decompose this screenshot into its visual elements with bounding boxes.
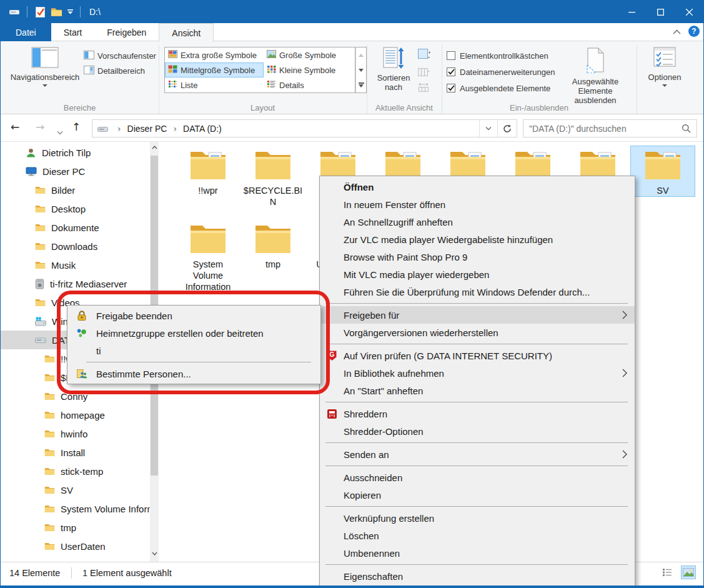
search-input[interactable] — [523, 123, 676, 134]
minimize-button[interactable] — [617, 1, 646, 23]
recent-locations-icon[interactable] — [57, 126, 63, 137]
sidebar-item-hwinfo[interactable]: hwinfo — [1, 424, 150, 443]
checkbox-elementkontrollkästchen[interactable]: Elementkontrollkästchen — [447, 50, 548, 61]
tab-freigeben[interactable]: Freigeben — [94, 23, 159, 41]
menu-item-an-schnellzugriff-anheften[interactable]: An Schnellzugriff anheften — [320, 213, 635, 231]
menu-item-freigeben-für[interactable]: Freigeben für — [320, 306, 635, 324]
search-icon[interactable] — [676, 124, 697, 133]
back-button[interactable]: ← — [11, 121, 19, 133]
checkbox-ausgeblendete elemente[interactable]: Ausgeblendete Elemente — [447, 82, 550, 94]
gallery-item-details[interactable]: Details — [264, 77, 355, 92]
menu-separator — [325, 344, 628, 344]
gallery-item-gro-e-symbole[interactable]: Große Symbole — [264, 47, 355, 62]
file-tile-sv[interactable]: SV — [630, 146, 695, 197]
menu-item-bestimmte-personen-[interactable]: Bestimmte Personen... — [67, 365, 320, 382]
checkbox-box[interactable] — [447, 51, 455, 60]
navigation-pane-button[interactable]: Navigationsbereich — [8, 47, 82, 87]
sidebar-item-conny[interactable]: Conny — [1, 387, 150, 406]
forward-button[interactable]: → — [36, 121, 44, 133]
sidebar-item-musik[interactable]: Musik — [1, 256, 150, 274]
sidebar-item-desktop[interactable]: Desktop — [1, 199, 150, 218]
options-button[interactable]: Optionen — [643, 47, 687, 87]
menu-item-senden-an[interactable]: Senden an — [320, 446, 635, 463]
menu-item-zur-vlc-media-player-wiedergabeliste-hinzufügen[interactable]: Zur VLC media player Wiedergabeliste hin… — [320, 231, 635, 248]
sidebar-item-w10inst[interactable]: w10inst — [1, 556, 150, 562]
menu-item-kopieren[interactable]: Kopieren — [320, 486, 635, 504]
menu-item-shreddern[interactable]: Shreddern — [320, 405, 635, 422]
gallery-item-extra-gro-e-symbole[interactable]: Extra große Symbole — [165, 47, 264, 62]
menu-item-auf-viren-prüfen-g-data-internet-security-[interactable]: GAuf Viren prüfen (G DATA INTERNET SECUR… — [320, 347, 635, 364]
menu-item-löschen[interactable]: Löschen — [320, 527, 635, 544]
file-tile--wpr[interactable]: !!wpr — [176, 146, 240, 197]
gallery-scroll[interactable] — [355, 47, 367, 93]
maximize-button[interactable] — [646, 1, 675, 23]
menu-item-verknüpfung-erstellen[interactable]: Verknüpfung erstellen — [320, 509, 635, 527]
breadcrumb[interactable]: › Dieser PC›DATA (D:) — [92, 119, 517, 137]
address-dropdown-icon[interactable] — [479, 120, 497, 137]
sort-by-button[interactable]: Sortieren nach — [374, 47, 413, 92]
sidebar-item-dokumente[interactable]: Dokumente — [1, 218, 150, 237]
menu-item-freigabe-beenden[interactable]: Freigabe beenden — [67, 307, 320, 324]
sidebar-item-userdaten[interactable]: UserDaten — [1, 537, 150, 556]
menu-item-ausschneiden[interactable]: Ausschneiden — [320, 469, 635, 486]
refresh-icon[interactable] — [497, 120, 517, 137]
preview-pane-button[interactable]: Vorschaufenster — [84, 49, 156, 62]
sidebar-item-install[interactable]: Install — [1, 443, 150, 462]
file-tile-system-volume-information[interactable]: System Volume Information — [176, 219, 240, 293]
file-tile--recycle-bin[interactable]: $RECYCLE.BIN — [240, 146, 305, 208]
collapse-ribbon-icon[interactable] — [673, 26, 681, 37]
sidebar-item-sv[interactable]: SV — [1, 481, 150, 499]
help-icon[interactable]: ? — [688, 26, 700, 37]
breadcrumb-item[interactable]: DATA (D:) — [182, 124, 223, 134]
hide-selected-button[interactable]: Ausgewählte Elemente ausblenden — [558, 47, 632, 105]
qat-dropdown-icon[interactable] — [66, 6, 74, 18]
gallery-item-mittelgro-e-symbole[interactable]: Mittelgroße Symbole — [165, 62, 264, 77]
thumbnails-view-button[interactable] — [681, 566, 696, 579]
sidebar-item-system-volume-informa[interactable]: System Volume Informa — [1, 499, 150, 518]
file-tile-tmp[interactable]: tmp — [240, 219, 305, 271]
sidebar-item-stick-temp[interactable]: stick-temp — [1, 462, 150, 481]
sidebar-item-tmp[interactable]: tmp — [1, 518, 150, 537]
add-columns-button[interactable] — [418, 65, 430, 79]
details-pane-button[interactable]: Detailbereich — [84, 64, 145, 77]
close-button[interactable] — [675, 1, 703, 23]
menu-item-heimnetzgruppe-erstellen-oder-beitreten[interactable]: Heimnetzgruppe erstellen oder beitreten — [67, 324, 320, 342]
tab-start[interactable]: Start — [51, 23, 95, 41]
menu-item-in-neuem-fenster-öffnen[interactable]: In neuem Fenster öffnen — [320, 196, 635, 213]
scroll-up-icon[interactable] — [151, 143, 158, 152]
menu-item-mit-vlc-media-player-wiedergeben[interactable]: Mit VLC media player wiedergeben — [320, 266, 635, 283]
new-folder-icon[interactable] — [50, 6, 62, 18]
checkbox-box[interactable] — [447, 84, 455, 92]
checkbox-dateinamenerweiterungen[interactable]: Dateinamenerweiterungen — [447, 66, 555, 77]
gallery-item-kleine-symbole[interactable]: Kleine Symbole — [264, 62, 355, 77]
breadcrumb-item[interactable]: Dieser PC — [126, 124, 169, 134]
up-button[interactable]: ↑ — [72, 121, 81, 133]
menu-item-an-start-anheften[interactable]: An "Start" anheften — [320, 382, 635, 399]
tab-ansicht[interactable]: Ansicht — [159, 23, 214, 42]
menu-item-shredder-optionen[interactable]: Shredder-Optionen — [320, 422, 635, 440]
menu-item-vorgängerversionen-wiederherstellen[interactable]: Vorgängerversionen wiederherstellen — [320, 324, 635, 341]
size-columns-button[interactable] — [418, 81, 430, 94]
search-box[interactable] — [523, 119, 697, 137]
sidebar-item-bilder[interactable]: Bilder — [1, 181, 150, 199]
details-view-button[interactable] — [660, 566, 675, 579]
sidebar-item-homepage[interactable]: homepage — [1, 406, 150, 424]
menu-item-öffnen[interactable]: Öffnen — [320, 178, 635, 196]
menu-item-umbenennen[interactable]: Umbenennen — [320, 544, 635, 562]
menu-item-eigenschaften[interactable]: Eigenschaften — [320, 567, 635, 585]
scroll-down-icon[interactable] — [151, 549, 158, 558]
sidebar-item-ti-fritz-mediaserver[interactable]: ti-fritz Mediaserver — [1, 274, 150, 293]
menu-item-in-bibliothek-aufnehmen[interactable]: In Bibliothek aufnehmen — [320, 364, 635, 382]
breadcrumb-chevron-icon[interactable]: › — [168, 124, 182, 134]
group-by-button[interactable] — [418, 47, 430, 61]
sidebar-item-downloads[interactable]: Downloads — [1, 237, 150, 256]
menu-item-führen-sie-die-überprüfung-mit-windows-defender-durch-[interactable]: Führen Sie die Überprüfung mit Windows D… — [320, 283, 635, 301]
properties-icon[interactable] — [34, 6, 46, 18]
checkbox-box[interactable] — [447, 67, 455, 76]
menu-item-ti[interactable]: ti — [67, 342, 320, 359]
menu-item-browse-with-paint-shop-pro-9[interactable]: Browse with Paint Shop Pro 9 — [320, 248, 635, 266]
sidebar-item-dieser-pc[interactable]: Dieser PC — [1, 162, 150, 181]
sidebar-item-dietrich-tilp[interactable]: Dietrich Tilp — [1, 143, 150, 162]
tab-datei[interactable]: Datei — [1, 23, 51, 41]
gallery-item-liste[interactable]: Liste — [165, 77, 264, 92]
